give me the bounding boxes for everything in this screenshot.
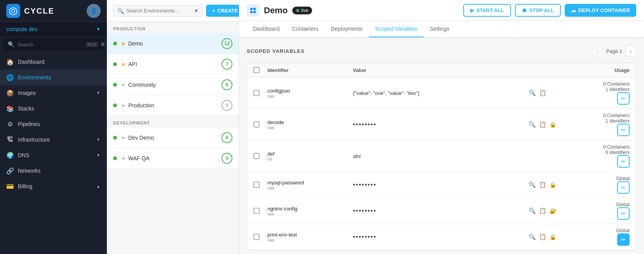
sidebar-item-environments[interactable]: 🌐 Environments	[0, 70, 107, 85]
env-badge: 6	[222, 132, 232, 143]
live-dot	[296, 9, 299, 12]
search-input[interactable]	[17, 42, 83, 47]
search-icon[interactable]: 🔍	[529, 181, 536, 188]
row-checkbox[interactable]	[253, 153, 260, 159]
search-icon[interactable]: 🔍	[529, 233, 536, 240]
env-item-dev-demo[interactable]: ★ Dev Demo 6	[107, 128, 239, 148]
cell-value: {"value": "one", "value": "two"}	[353, 90, 529, 96]
search-icon[interactable]: 🔍	[529, 207, 536, 214]
search-dropdown-icon[interactable]: 🔍	[117, 8, 124, 14]
create-button[interactable]: + CREATE	[206, 5, 244, 17]
tab-containers[interactable]: Containers	[286, 21, 325, 37]
var-id-name: configjson	[267, 88, 353, 94]
group-lock-icon[interactable]: 🔐	[550, 208, 556, 214]
sidebar-logo: CYCLE	[6, 4, 54, 18]
lock-icon[interactable]: 🔒	[550, 234, 556, 240]
lock-icon[interactable]: 🔒	[550, 121, 556, 128]
start-all-label: START ALL	[476, 7, 504, 13]
images-icon: 📦	[6, 89, 14, 97]
copy-icon[interactable]: 📋	[539, 121, 546, 128]
cell-actions: 🔍 📋 🔒	[529, 233, 575, 240]
select-all-checkbox[interactable]	[253, 67, 260, 73]
env-search-chevron-icon[interactable]: ▼	[194, 8, 199, 14]
copy-icon[interactable]: 📋	[539, 181, 546, 188]
env-search-input[interactable]	[126, 8, 192, 14]
cell-usage: Global ✏	[575, 202, 630, 220]
copy-icon[interactable]: 📋	[539, 207, 546, 214]
tab-deployments[interactable]: Deployments	[325, 21, 369, 37]
env-badge: 12	[222, 38, 232, 49]
edit-button[interactable]: ✏	[617, 155, 630, 168]
sidebar: CYCLE 👤 compute dev ▼ 🔍 ⌘+K ≡ 🏠 Dashboar…	[0, 0, 107, 254]
env-item-demo[interactable]: ★ Demo 12	[107, 33, 239, 54]
sidebar-item-billing[interactable]: 💳 Billing ▲	[0, 179, 107, 194]
env-item-community[interactable]: ★ Community 6	[107, 75, 239, 95]
user-avatar[interactable]: 👤	[87, 4, 101, 18]
edit-button[interactable]: ✏	[617, 181, 630, 194]
sidebar-item-label: Dashboard	[18, 59, 45, 65]
edit-button[interactable]: ✏	[617, 92, 630, 105]
star-icon-grey: ★	[121, 155, 126, 161]
networks-icon: 🔗	[6, 167, 14, 175]
workspace-selector[interactable]: compute dev ▼	[0, 22, 107, 36]
main-tabs: Dashboard Containers Deployments Scoped …	[239, 21, 644, 38]
topbar-actions: ▶ START ALL ⏹ STOP ALL ☁ DEPLOY CONTAINE…	[463, 4, 636, 17]
sidebar-item-dashboard[interactable]: 🏠 Dashboard	[0, 54, 107, 70]
prev-page-button[interactable]: ‹	[592, 46, 603, 56]
row-checkbox[interactable]	[253, 90, 260, 96]
tab-scoped-variables[interactable]: Scoped Variables	[369, 21, 424, 37]
table-row: mysql-password raw •••••••• 🔍 📋 🔒 Global…	[247, 172, 636, 198]
list-view-icon[interactable]: ≡	[101, 41, 105, 48]
search-icon[interactable]: 🔍	[529, 121, 536, 128]
start-all-button[interactable]: ▶ START ALL	[463, 4, 511, 17]
sidebar-item-networks[interactable]: 🔗 Networks	[0, 163, 107, 179]
main-content: Demo live ▶ START ALL ⏹ STOP ALL ☁ DEPLO…	[239, 0, 644, 254]
sidebar-item-images[interactable]: 📦 Images ▼	[0, 85, 107, 101]
cell-usage: 0 Containers 1 Identifiers ✏	[575, 113, 630, 136]
workspace-chevron-icon: ▼	[96, 26, 101, 32]
row-checkbox[interactable]	[253, 121, 260, 128]
status-dot-green	[113, 62, 117, 66]
env-name: API	[128, 61, 222, 67]
next-page-button[interactable]: ›	[625, 46, 636, 56]
env-name: WAF QA	[128, 155, 222, 161]
svg-rect-4	[250, 11, 253, 13]
cell-identifier: print-env-test raw	[267, 232, 353, 242]
edit-button-active[interactable]: ✏	[617, 233, 630, 246]
search-icon[interactable]: 🔍	[529, 89, 536, 96]
row-checkbox[interactable]	[253, 182, 260, 188]
cell-value: abc	[353, 153, 529, 159]
sidebar-item-stacks[interactable]: 📚 Stacks	[0, 101, 107, 116]
row-checkbox[interactable]	[253, 208, 260, 214]
sidebar-item-label: Images	[18, 90, 36, 96]
copy-icon[interactable]: 📋	[539, 233, 546, 240]
var-id-type: raw	[267, 125, 353, 130]
stop-icon: ⏹	[522, 7, 527, 13]
sidebar-item-dns[interactable]: 🌍 DNS ▼	[0, 147, 107, 163]
tab-settings[interactable]: Settings	[424, 21, 456, 37]
lock-icon[interactable]: 🔒	[550, 182, 556, 188]
env-title-text: Demo	[264, 5, 288, 16]
tab-dashboard[interactable]: Dashboard	[247, 21, 286, 37]
status-dot-green	[113, 83, 117, 87]
stacks-icon: 📚	[6, 105, 14, 112]
table-header: Identifier Value Usage	[247, 63, 636, 77]
env-item-waf-qa[interactable]: ★ WAF QA 5	[107, 148, 239, 169]
row-checkbox[interactable]	[253, 234, 260, 240]
cell-value: ••••••••	[353, 181, 529, 188]
cell-actions: 🔍 📋 🔒	[529, 121, 575, 128]
sidebar-item-pipelines[interactable]: ⚙ Pipelines	[0, 116, 107, 132]
create-label: CREATE	[217, 8, 237, 14]
env-item-production[interactable]: ★ Production 5	[107, 95, 239, 116]
sidebar-item-infrastructure[interactable]: 🏗 Infrastructure ▼	[0, 132, 107, 147]
edit-button[interactable]: ✏	[617, 124, 630, 136]
env-name: Demo	[128, 40, 222, 47]
env-item-api[interactable]: ★ API 7	[107, 54, 239, 75]
stop-all-button[interactable]: ⏹ STOP ALL	[515, 4, 561, 17]
deploy-container-button[interactable]: ☁ DEPLOY CONTAINER	[565, 4, 636, 17]
copy-icon[interactable]: 📋	[539, 89, 546, 96]
usage-containers: 0 Containers	[603, 144, 630, 150]
edit-button[interactable]: ✏	[617, 207, 630, 220]
env-name: Production	[128, 102, 222, 109]
table-row: ngninx-config raw •••••••• 🔍 📋 🔐 Global …	[247, 198, 636, 224]
